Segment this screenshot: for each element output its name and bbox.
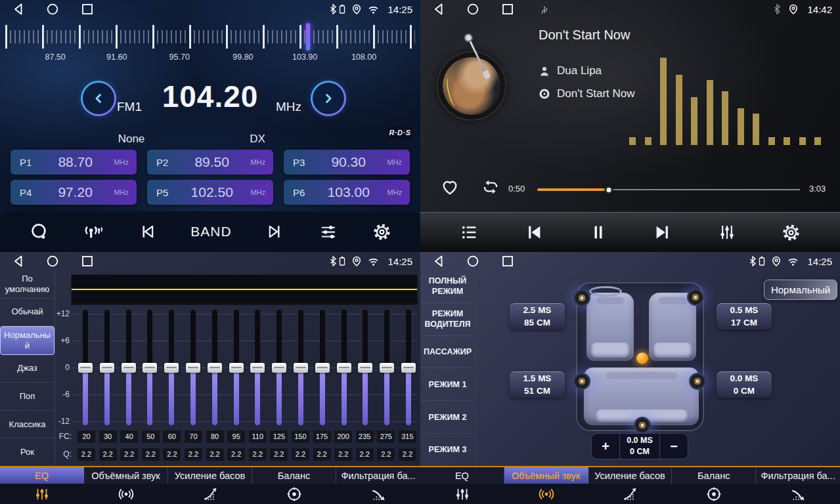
slider-handle[interactable] bbox=[272, 363, 286, 373]
slider-handle[interactable] bbox=[401, 363, 416, 373]
eq-band-q[interactable]: 2.2 bbox=[185, 448, 202, 461]
playlist-button[interactable] bbox=[460, 222, 479, 242]
eq-band-slider[interactable] bbox=[229, 310, 244, 428]
eq-band-slider[interactable] bbox=[99, 310, 115, 428]
mode-full[interactable]: ПОЛНЫЙ РЕЖИМ bbox=[420, 270, 475, 303]
eq-preset-normal[interactable]: Нормальный bbox=[0, 326, 55, 355]
recents-button[interactable] bbox=[80, 2, 95, 16]
tab-eq[interactable]: EQ bbox=[0, 467, 84, 504]
eq-preset-default[interactable]: По умолчанию bbox=[0, 270, 55, 299]
delay-decrease-button[interactable]: − bbox=[660, 434, 688, 459]
mode-driver[interactable]: РЕЖИМ ВОДИТЕЛЯ bbox=[420, 303, 475, 336]
eq-band-fc[interactable]: 110 bbox=[249, 430, 267, 443]
tab-balance[interactable]: Баланс bbox=[252, 467, 336, 504]
eq-band-q[interactable]: 2.2 bbox=[227, 448, 245, 461]
slider-handle[interactable] bbox=[78, 363, 93, 373]
listener-position-dot[interactable] bbox=[636, 352, 648, 364]
preset-button-p5[interactable]: P5102.50MHz bbox=[147, 180, 273, 205]
recents-button[interactable] bbox=[80, 254, 95, 268]
tab-filter[interactable]: Фильтрация ба... bbox=[756, 467, 840, 504]
broadcast-button[interactable] bbox=[83, 221, 104, 242]
eq-preset-pop[interactable]: Поп bbox=[0, 383, 55, 411]
eq-preset-rock[interactable]: Рок bbox=[0, 438, 55, 466]
front-right-speaker-icon[interactable] bbox=[687, 289, 704, 306]
slider-handle[interactable] bbox=[358, 363, 372, 373]
tab-bass-boost[interactable]: Усиление басов bbox=[168, 467, 252, 504]
home-button[interactable] bbox=[466, 2, 480, 16]
eq-preset-custom[interactable]: Обычай bbox=[0, 299, 55, 327]
preset-button-p6[interactable]: P6103.00MHz bbox=[284, 180, 410, 205]
eq-band-q[interactable]: 2.2 bbox=[399, 448, 416, 461]
slider-handle[interactable] bbox=[164, 363, 179, 373]
tab-bass-boost[interactable]: Усиление басов bbox=[588, 467, 673, 504]
preset-button-p2[interactable]: P289.50MHz bbox=[147, 150, 273, 175]
recents-button[interactable] bbox=[500, 254, 515, 268]
mode-3[interactable]: РЕЖИМ 3 bbox=[420, 434, 475, 466]
home-button[interactable] bbox=[466, 254, 480, 268]
rear-right-speaker-icon[interactable] bbox=[689, 373, 706, 390]
eq-band-slider[interactable] bbox=[185, 310, 201, 428]
preset-button-p3[interactable]: P390.30MHz bbox=[284, 150, 410, 175]
eq-band-slider[interactable] bbox=[379, 310, 395, 428]
eq-band-fc[interactable]: 95 bbox=[227, 430, 245, 443]
eq-band-q[interactable]: 2.2 bbox=[77, 448, 95, 461]
eq-band-slider[interactable] bbox=[207, 310, 223, 428]
eq-band-fc[interactable]: 150 bbox=[292, 430, 309, 443]
eq-band-q[interactable]: 2.2 bbox=[142, 448, 160, 461]
eq-band-fc[interactable]: 20 bbox=[77, 430, 95, 443]
eq-band-slider[interactable] bbox=[401, 310, 416, 428]
next-track-button[interactable] bbox=[653, 222, 673, 242]
eq-band-q[interactable]: 2.2 bbox=[292, 448, 309, 461]
settings-button[interactable] bbox=[372, 222, 391, 242]
rear-left-speaker-icon[interactable] bbox=[573, 373, 590, 390]
eq-band-fc[interactable]: 50 bbox=[142, 430, 160, 443]
eq-band-fc[interactable]: 60 bbox=[163, 430, 181, 443]
eq-band-fc[interactable]: 235 bbox=[356, 430, 374, 443]
eq-band-q[interactable]: 2.2 bbox=[356, 448, 374, 461]
audio-settings-button[interactable] bbox=[319, 222, 338, 242]
eq-band-fc[interactable]: 200 bbox=[334, 430, 352, 443]
subwoofer-icon[interactable] bbox=[634, 417, 651, 434]
front-left-delay-button[interactable]: 2.5 MS85 CM bbox=[510, 303, 565, 329]
tune-down-button[interactable] bbox=[81, 81, 116, 116]
scan-button[interactable] bbox=[29, 222, 49, 242]
slider-handle[interactable] bbox=[229, 363, 244, 373]
eq-preset-jazz[interactable]: Джаз bbox=[0, 355, 55, 383]
back-button[interactable] bbox=[432, 254, 445, 268]
back-button[interactable] bbox=[432, 2, 445, 16]
slider-handle[interactable] bbox=[186, 363, 200, 373]
surround-preset-button[interactable]: Нормальный bbox=[764, 280, 837, 300]
eq-band-fc[interactable]: 175 bbox=[313, 430, 331, 443]
back-button[interactable] bbox=[12, 254, 25, 268]
back-button[interactable] bbox=[12, 2, 25, 16]
eq-band-fc[interactable]: 30 bbox=[99, 430, 117, 443]
recents-button[interactable] bbox=[500, 2, 515, 16]
eq-band-fc[interactable]: 40 bbox=[120, 430, 138, 443]
rear-left-delay-button[interactable]: 1.5 MS51 CM bbox=[510, 371, 565, 398]
settings-button[interactable] bbox=[782, 223, 801, 242]
eq-band-q[interactable]: 2.2 bbox=[99, 448, 117, 461]
eq-band-slider[interactable] bbox=[271, 310, 287, 428]
slider-handle[interactable] bbox=[208, 363, 222, 373]
eq-band-q[interactable]: 2.2 bbox=[334, 448, 352, 461]
eq-band-slider[interactable] bbox=[121, 310, 137, 428]
mode-passenger[interactable]: ПАССАЖИР bbox=[420, 336, 475, 369]
tab-eq[interactable]: EQ bbox=[420, 467, 504, 504]
band-button[interactable]: BAND bbox=[190, 224, 231, 240]
slider-handle[interactable] bbox=[122, 363, 136, 373]
tab-balance[interactable]: Баланс bbox=[672, 467, 756, 504]
previous-track-button[interactable] bbox=[524, 222, 544, 242]
seek-up-button[interactable] bbox=[266, 222, 284, 241]
eq-band-q[interactable]: 2.2 bbox=[313, 448, 331, 461]
tab-filter[interactable]: Фильтрация ба... bbox=[336, 467, 420, 504]
slider-handle[interactable] bbox=[143, 363, 157, 373]
eq-band-fc[interactable]: 70 bbox=[185, 430, 202, 443]
progress-thumb[interactable] bbox=[605, 186, 613, 194]
slider-handle[interactable] bbox=[294, 363, 308, 373]
eq-band-fc[interactable]: 80 bbox=[206, 430, 224, 443]
preset-button-p1[interactable]: P188.70MHz bbox=[11, 150, 137, 175]
slider-handle[interactable] bbox=[380, 363, 394, 373]
eq-band-slider[interactable] bbox=[293, 310, 309, 428]
front-right-delay-button[interactable]: 0.5 MS17 CM bbox=[717, 303, 772, 329]
slider-handle[interactable] bbox=[100, 363, 114, 373]
